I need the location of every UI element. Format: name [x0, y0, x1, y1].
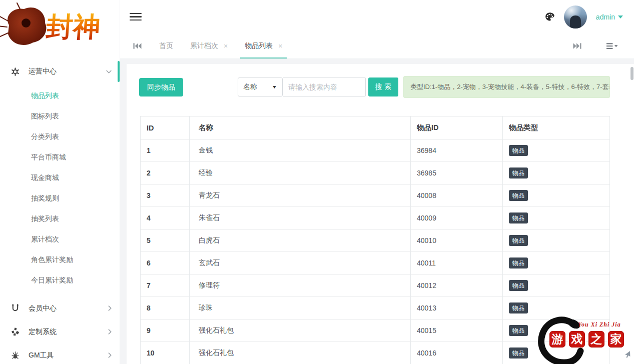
content-panel: 同步物品 名称 ▼ 搜 索 类型ID:1-物品，2-宠物，3-宠物技能，4-装备… [127, 64, 634, 364]
tab-options-icon[interactable] [606, 42, 618, 50]
cell-type: 物品 [503, 297, 610, 320]
chevron-right-icon [108, 329, 112, 334]
cell-type: 物品 [503, 162, 610, 184]
item-type-badge[interactable]: 物品 [509, 168, 528, 178]
sidebar-item-category-list[interactable]: 分类列表 [0, 126, 120, 147]
type-id-hint: 类型ID:1-物品，2-宠物，3-宠物技能，4-装备，5-特技，6-特效，7-套… [403, 76, 610, 98]
sidebar: 封神 运营中心物品列表图标列表分类列表平台币商城现金商城抽奖规则抽奖列表累计档次… [0, 0, 120, 364]
sidebar-item-lottery-list[interactable]: 抽奖列表 [0, 208, 120, 229]
item-type-badge[interactable]: 物品 [509, 348, 528, 358]
user-dropdown[interactable]: admin [596, 13, 623, 21]
sidebar-item-cumulative-tier[interactable]: 累计档次 [0, 229, 120, 250]
table-row: 7修理符40012物品 [141, 274, 610, 297]
search-input[interactable] [283, 78, 366, 96]
cell-name: 朱雀石 [190, 207, 411, 230]
cell-id: 8 [141, 297, 190, 320]
chevron-right-icon [108, 352, 112, 358]
item-type-badge[interactable]: 物品 [509, 325, 528, 336]
cell-id: 7 [141, 274, 190, 297]
sidebar-item-today-cumulative-reward[interactable]: 今日累计奖励 [0, 270, 120, 290]
item-type-badge[interactable]: 物品 [509, 212, 528, 224]
cell-item-id: 40013 [411, 297, 503, 320]
tab-close-icon[interactable]: × [224, 42, 228, 50]
scroll-tabs-right-icon[interactable] [573, 42, 581, 50]
table-row: 6玄武石40011物品 [141, 252, 610, 274]
table-row: 1金钱36984物品 [141, 140, 610, 162]
search-field-select[interactable]: 名称 ▼ [238, 78, 283, 96]
sidebar-item-platform-coin-mall[interactable]: 平台币商城 [0, 147, 120, 168]
gear-icon [11, 68, 20, 76]
sidebar-submenu: 物品列表图标列表分类列表平台币商城现金商城抽奖规则抽奖列表累计档次角色累计奖励今… [0, 84, 120, 296]
tab-label: 物品列表 [245, 42, 273, 50]
cell-name: 珍珠 [190, 297, 411, 320]
cell-type: 物品 [503, 342, 610, 364]
user-avatar[interactable] [564, 6, 587, 28]
cell-type: 物品 [503, 320, 610, 342]
cell-item-id: 40009 [411, 207, 503, 230]
table-row: 10强化石礼包40016物品 [141, 342, 610, 364]
search-button[interactable]: 搜 索 [368, 78, 398, 96]
column-header: ID [141, 116, 190, 140]
sidebar-group-member-center[interactable]: 会员中心 [0, 296, 120, 320]
cell-item-id: 40011 [411, 252, 503, 274]
table-row: 4朱雀石40009物品 [141, 207, 610, 230]
sidebar-nav: 运营中心物品列表图标列表分类列表平台币商城现金商城抽奖规则抽奖列表累计档次角色累… [0, 59, 120, 364]
sidebar-group-label: GM工具 [29, 351, 54, 360]
logo: 封神 [0, 0, 120, 50]
cell-type: 物品 [503, 140, 610, 162]
column-header: 物品ID [411, 116, 503, 140]
top-header: admin [120, 0, 634, 34]
sync-items-button[interactable]: 同步物品 [139, 78, 183, 96]
cell-id: 9 [141, 320, 190, 342]
tab-cumulative-tier[interactable]: 累计档次× [182, 34, 236, 58]
cell-id: 1 [141, 140, 190, 162]
sidebar-group-operations-center[interactable]: 运营中心 [0, 59, 120, 84]
sidebar-item-role-cumulative-reward[interactable]: 角色累计奖励 [0, 250, 120, 270]
item-type-badge[interactable]: 物品 [509, 235, 528, 246]
sidebar-group-label: 会员中心 [29, 304, 57, 313]
cell-item-id: 40016 [411, 342, 503, 364]
theme-palette-icon[interactable] [544, 12, 555, 22]
sidebar-group-label: 运营中心 [29, 67, 57, 76]
cell-name: 修理符 [190, 274, 411, 297]
item-type-badge[interactable]: 物品 [509, 190, 528, 201]
blocks-icon [11, 328, 20, 336]
item-type-badge[interactable]: 物品 [509, 258, 528, 268]
cell-name: 玄武石 [190, 252, 411, 274]
tab-item-list[interactable]: 物品列表× [236, 34, 291, 58]
item-type-badge[interactable]: 物品 [509, 145, 528, 156]
item-type-badge[interactable]: 物品 [509, 280, 528, 291]
cell-name: 经验 [190, 162, 411, 184]
tab-close-icon[interactable]: × [278, 42, 282, 50]
menu-toggle-icon[interactable] [130, 11, 142, 23]
sidebar-item-lottery-rules[interactable]: 抽奖规则 [0, 188, 120, 208]
scrollbar-thumb[interactable] [630, 67, 633, 80]
item-type-badge[interactable]: 物品 [509, 302, 528, 314]
cell-name: 金钱 [190, 140, 411, 162]
cell-type: 物品 [503, 184, 610, 207]
table-header-row: ID名称物品ID物品类型 [141, 116, 610, 140]
tab-label: 累计档次 [190, 42, 218, 50]
search-field-value: 名称 [243, 82, 257, 92]
cell-name: 强化石礼包 [190, 342, 411, 364]
cell-name: 青龙石 [190, 184, 411, 207]
cell-type: 物品 [503, 274, 610, 297]
sidebar-item-cash-mall[interactable]: 现金商城 [0, 168, 120, 188]
sidebar-group-gm-tools[interactable]: GM工具 [0, 344, 120, 364]
tab-label: 首页 [159, 42, 173, 50]
app-window: 封神 运营中心物品列表图标列表分类列表平台币商城现金商城抽奖规则抽奖列表累计档次… [0, 0, 634, 364]
table-row: 3青龙石40008物品 [141, 184, 610, 207]
sidebar-item-item-list[interactable]: 物品列表 [0, 86, 120, 106]
logo-text: 封神 [45, 12, 101, 42]
sidebar-item-icon-list[interactable]: 图标列表 [0, 106, 120, 126]
cell-item-id: 40008 [411, 184, 503, 207]
cell-item-id: 40010 [411, 230, 503, 252]
scroll-tabs-left-icon[interactable] [133, 42, 142, 50]
table-row: 2经验36985物品 [141, 162, 610, 184]
cell-id: 3 [141, 184, 190, 207]
tab-strip-right [567, 42, 624, 50]
sidebar-group-custom-system[interactable]: 定制系统 [0, 320, 120, 344]
cell-type: 物品 [503, 207, 610, 230]
items-table: ID名称物品ID物品类型 1金钱36984物品2经验36985物品3青龙石400… [140, 116, 610, 364]
tab-home[interactable]: 首页 [151, 34, 182, 58]
